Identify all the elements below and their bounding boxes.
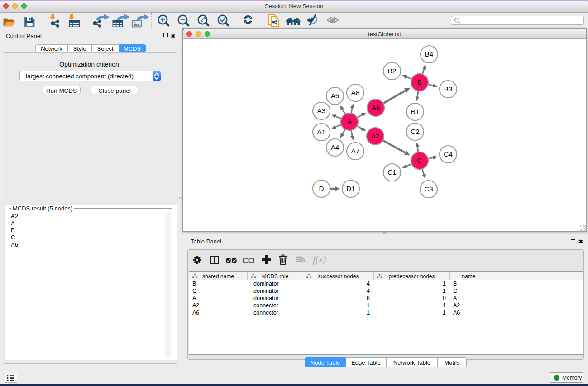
svg-text:A2: A2 bbox=[371, 132, 380, 140]
svg-text:C1: C1 bbox=[387, 168, 396, 176]
svg-text:A5: A5 bbox=[331, 92, 339, 100]
svg-text:A4: A4 bbox=[331, 143, 339, 151]
svg-text:A3: A3 bbox=[317, 107, 326, 114]
svg-text:D: D bbox=[319, 185, 324, 192]
svg-text:A1: A1 bbox=[317, 128, 326, 136]
svg-text:A8: A8 bbox=[351, 89, 360, 96]
svg-text:C3: C3 bbox=[424, 185, 433, 193]
svg-text:D1: D1 bbox=[346, 185, 355, 192]
svg-text:C: C bbox=[417, 157, 422, 164]
svg-text:B4: B4 bbox=[425, 50, 434, 58]
svg-text:B3: B3 bbox=[444, 85, 453, 93]
svg-text:B2: B2 bbox=[388, 67, 397, 75]
svg-text:C4: C4 bbox=[444, 150, 452, 158]
svg-text:A6: A6 bbox=[372, 104, 380, 111]
svg-text:B: B bbox=[417, 78, 422, 86]
svg-text:A: A bbox=[347, 118, 352, 125]
svg-text:C2: C2 bbox=[411, 128, 419, 135]
svg-text:A7: A7 bbox=[351, 147, 360, 155]
svg-text:B1: B1 bbox=[411, 108, 420, 115]
